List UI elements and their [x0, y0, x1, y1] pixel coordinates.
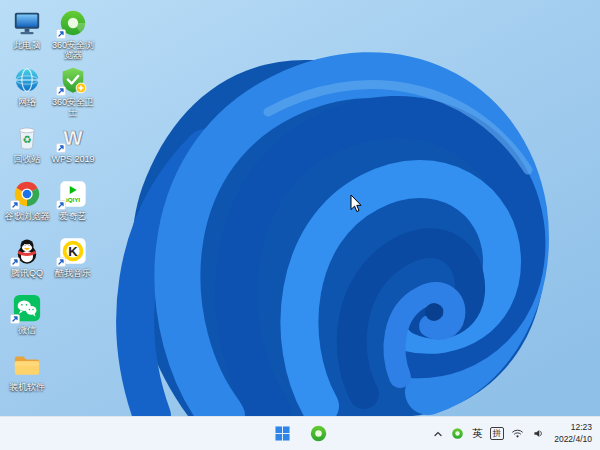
shortcut-arrow-icon — [56, 200, 66, 210]
desktop-icon-label: 微信 — [18, 325, 36, 335]
system-tray: 英 拼 12:23 2022/4/10 — [432, 417, 596, 450]
shortcut-arrow-icon — [10, 200, 20, 210]
network-icon[interactable] — [510, 417, 525, 450]
clock[interactable]: 12:23 2022/4/10 — [552, 422, 596, 444]
wechat-icon — [12, 293, 42, 323]
desktop-icon-this-pc[interactable]: 此电脑 — [4, 8, 50, 50]
shortcut-arrow-icon — [10, 314, 20, 324]
desktop-icon-360-safe[interactable]: 360安全卫士 — [50, 65, 96, 118]
start-button[interactable] — [268, 420, 296, 448]
svg-text:K: K — [68, 244, 78, 259]
shortcut-arrow-icon — [56, 29, 66, 39]
shortcut-arrow-icon — [56, 86, 66, 96]
desktop-icon-kuwo[interactable]: K 酷我音乐 — [50, 236, 96, 278]
desktop-icon-label: 装机软件 — [9, 382, 45, 392]
desktop-icon-label: 此电脑 — [14, 40, 41, 50]
svg-text:iQIYI: iQIYI — [66, 196, 80, 203]
desktop-icon-360-browser[interactable]: 360安全浏览器 — [50, 8, 96, 61]
desktop-icon-label: 回收站 — [14, 154, 41, 164]
iqiyi-icon: iQIYI — [58, 179, 88, 209]
clock-time: 12:23 — [554, 422, 592, 433]
desktop-icon-network[interactable]: 网络 — [4, 65, 50, 107]
windows-logo-icon — [275, 426, 290, 441]
desktop-icon-wps[interactable]: W W WPS 2019 — [50, 122, 96, 164]
desktop-icon-label: 酷我音乐 — [55, 268, 91, 278]
this-pc-icon — [12, 8, 42, 38]
shield-icon — [58, 65, 88, 95]
svg-text:♻: ♻ — [22, 133, 31, 145]
ime-pinyin-badge[interactable]: 拼 — [490, 427, 505, 441]
desktop-icon-label: 谷歌浏览器 — [5, 211, 50, 221]
folder-icon — [12, 350, 42, 380]
desktop-icon-label: 腾讯QQ — [11, 268, 43, 278]
kuwo-music-icon: K — [58, 236, 88, 266]
desktop[interactable]: 此电脑 360安全浏览器 — [0, 0, 600, 416]
recycle-bin-icon: ♻ — [12, 122, 42, 152]
desktop-icon-software-folder[interactable]: 装机软件 — [4, 350, 50, 392]
shortcut-arrow-icon — [10, 257, 20, 267]
taskbar: 英 拼 12:23 2022/4/10 — [0, 416, 600, 450]
shortcut-arrow-icon — [56, 143, 66, 153]
desktop-icon-chrome[interactable]: 谷歌浏览器 — [4, 179, 50, 221]
desktop-icon-label: 360安全卫士 — [50, 97, 96, 118]
desktop-icon-wechat[interactable]: 微信 — [4, 293, 50, 335]
taskbar-item-360-browser[interactable] — [304, 420, 332, 448]
360-browser-icon — [58, 8, 88, 38]
desktop-icon-label: 360安全浏览器 — [50, 40, 96, 61]
360-browser-icon — [309, 424, 328, 443]
desktop-icon-recycle-bin[interactable]: ♻ 回收站 — [4, 122, 50, 164]
chrome-icon — [12, 179, 42, 209]
desktop-icon-label: WPS 2019 — [51, 154, 94, 164]
network-globe-icon — [12, 65, 42, 95]
wps-icon: W W — [58, 122, 88, 152]
volume-icon[interactable] — [531, 417, 546, 450]
desktop-icon-iqiyi[interactable]: iQIYI 爱奇艺 — [50, 179, 96, 221]
ime-language-indicator[interactable]: 英 — [471, 417, 484, 450]
shortcut-arrow-icon — [56, 257, 66, 267]
desktop-screen: 此电脑 360安全浏览器 — [0, 0, 600, 450]
clock-date: 2022/4/10 — [554, 434, 592, 445]
desktop-icon-qq[interactable]: 腾讯QQ — [4, 236, 50, 278]
tray-360-icon[interactable] — [450, 417, 465, 450]
qq-penguin-icon — [12, 236, 42, 266]
svg-text:W: W — [63, 126, 83, 149]
desktop-icon-label: 网络 — [18, 97, 36, 107]
desktop-icon-label: 爱奇艺 — [60, 211, 87, 221]
tray-chevron-up-icon[interactable] — [432, 417, 444, 450]
taskbar-center — [268, 420, 332, 448]
